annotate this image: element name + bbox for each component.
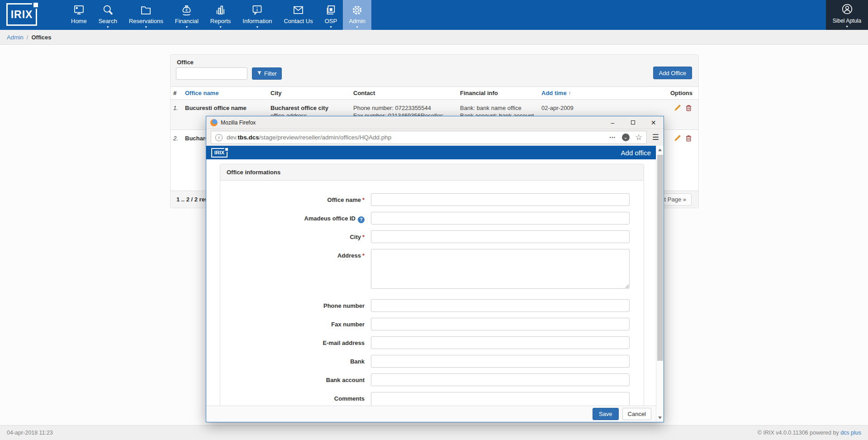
scroll-up-icon[interactable] (658, 148, 662, 151)
browser-urlbar: i dev.tbs.dcs/stage/preview/reseller/adm… (206, 129, 664, 146)
chevron-down-icon: ▾ (256, 25, 258, 29)
amadeus-office-id-input[interactable] (371, 212, 630, 225)
maximize-button[interactable] (623, 116, 643, 129)
popup-app-header: IRIX Add office (206, 146, 656, 159)
popup-title: Add office (621, 149, 651, 157)
page-footer: 04-apr-2018 11:23 © IRIX v4.0.0.11306 po… (0, 425, 868, 440)
breadcrumb: Admin / Offices (0, 30, 868, 45)
chevron-down-icon: ▾ (356, 25, 358, 29)
header-num: # (173, 90, 185, 96)
header-options: Options (659, 90, 698, 96)
form-row-email: E-mail address (220, 336, 644, 349)
row-number: 2. (173, 134, 185, 191)
irix-logo[interactable]: IRIX (6, 3, 37, 26)
footer-copyright: © IRIX v4.0.0.11306 powered by dcs plus (758, 430, 861, 436)
fax-number-label: Fax number (225, 318, 371, 330)
site-info-icon[interactable]: i (215, 134, 223, 141)
page-actions-icon[interactable]: ••• (610, 135, 616, 140)
cancel-button[interactable]: Cancel (622, 408, 651, 420)
header-office-name[interactable]: Office name (185, 90, 270, 96)
options-cell (659, 104, 698, 129)
nav-item-contact-us[interactable]: Contact Us (278, 0, 318, 30)
chevron-down-icon: ▾ (846, 25, 848, 29)
popup-footer: Save Cancel (206, 406, 656, 422)
window-titlebar[interactable]: Mozilla Firefox – ✕ (206, 116, 664, 129)
scrollbar-thumb[interactable] (657, 155, 663, 361)
office-name-input[interactable] (371, 193, 630, 206)
pocket-icon[interactable]: ⌄ (622, 134, 630, 141)
nav-item-financial[interactable]: € Financial ▾ (169, 0, 204, 30)
options-cell (659, 134, 698, 191)
filter-button[interactable]: Filter (252, 67, 282, 80)
footer-datetime: 04-apr-2018 11:23 (7, 430, 53, 436)
edit-pencil-icon[interactable] (674, 134, 681, 142)
bookmark-star-icon[interactable]: ☆ (636, 134, 642, 141)
phone-number-label: Phone number (225, 299, 371, 312)
sort-up-icon: ↑ (568, 90, 571, 96)
fax-number-input[interactable] (371, 318, 630, 330)
office-form: Office name* Amadeus office ID? City* Ad… (220, 181, 644, 422)
nav-item-information[interactable]: Information ▾ (237, 0, 278, 30)
add-office-button[interactable]: Add Office (653, 67, 692, 79)
form-row-bank: Bank (220, 355, 644, 368)
user-menu[interactable]: Sibel Aptula ▾ (826, 0, 868, 30)
city-label: City* (225, 230, 371, 243)
office-name-label: Office name* (225, 193, 371, 206)
filter-label: Office (177, 59, 194, 66)
required-marker: * (362, 252, 365, 259)
bank-input[interactable] (371, 355, 630, 368)
breadcrumb-current: Offices (31, 34, 51, 41)
form-row-address: Address* (220, 249, 644, 291)
envelope-icon (292, 4, 304, 16)
edit-pencil-icon[interactable] (674, 104, 681, 112)
row-number: 1. (173, 104, 185, 129)
minimize-button[interactable]: – (602, 116, 623, 129)
dcs-plus-link[interactable]: dcs plus (840, 430, 861, 436)
amadeus-office-id-label: Amadeus office ID? (225, 212, 371, 225)
delete-trash-icon[interactable] (685, 104, 693, 112)
table-header-row: # Office name City Contact Financial inf… (171, 86, 698, 99)
irix-logo-small: IRIX (211, 148, 228, 158)
funnel-icon (257, 71, 262, 77)
bank-label: Bank (225, 355, 371, 368)
save-button[interactable]: Save (593, 408, 619, 420)
search-icon (102, 4, 114, 16)
phone-number-input[interactable] (371, 299, 630, 312)
header-contact: Contact (353, 90, 460, 96)
email-address-label: E-mail address (225, 336, 371, 349)
form-row-city: City* (220, 230, 644, 243)
pages-icon (325, 4, 337, 16)
nav-item-reports[interactable]: Reports ▾ (204, 0, 237, 30)
header-add-time[interactable]: Add time ↑ (541, 90, 659, 96)
header-financial: Financial info (460, 90, 541, 96)
email-address-input[interactable] (371, 336, 630, 349)
info-bubble-icon (251, 4, 263, 16)
screen: IRIX Home Search ▾ Reservations ▾ (0, 0, 868, 440)
help-icon[interactable]: ? (358, 216, 365, 223)
nav-item-home[interactable]: Home (65, 0, 93, 30)
svg-text:€: € (185, 8, 188, 12)
delete-trash-icon[interactable] (685, 134, 693, 142)
scroll-down-icon[interactable] (658, 416, 662, 419)
bank-account-input[interactable] (371, 373, 630, 386)
nav-item-osp[interactable]: OSP ▾ (319, 0, 343, 30)
nav-item-search[interactable]: Search ▾ (93, 0, 123, 30)
form-row-amadeus-id: Amadeus office ID? (220, 212, 644, 225)
nav-item-admin[interactable]: Admin ▾ (343, 0, 371, 30)
filter-area: Office Filter Add Office (171, 55, 698, 86)
popup-content: Office informations Office name* Amadeus… (206, 159, 656, 422)
office-informations-panel: Office informations Office name* Amadeus… (220, 164, 644, 422)
form-row-phone: Phone number (220, 299, 644, 312)
popup-scrollbar[interactable] (656, 146, 664, 422)
hamburger-menu-icon[interactable]: ☰ (652, 133, 659, 142)
close-button[interactable]: ✕ (643, 116, 664, 129)
address-bar[interactable]: i dev.tbs.dcs/stage/preview/reseller/adm… (211, 131, 647, 144)
city-input[interactable] (371, 230, 630, 243)
breadcrumb-admin-link[interactable]: Admin (7, 34, 24, 41)
user-avatar-icon (841, 3, 853, 17)
address-textarea[interactable] (371, 249, 630, 289)
office-filter-input[interactable] (176, 67, 247, 80)
nav-item-reservations[interactable]: Reservations ▾ (123, 0, 169, 30)
chevron-down-icon: ▾ (107, 25, 109, 29)
header-city: City (270, 90, 353, 96)
